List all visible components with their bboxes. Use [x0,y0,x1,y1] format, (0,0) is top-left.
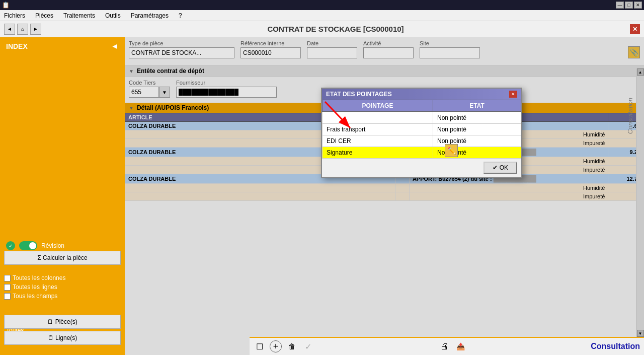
main-layout: INDEX ◄ Toutes ✓ Révision Σ Calculer la … [0,37,644,355]
app-close-button[interactable]: ✕ [630,24,640,34]
add-icon[interactable]: + [270,340,282,352]
forward-button[interactable]: ► [30,24,41,35]
maximize-button[interactable]: □ [625,2,633,9]
back-button[interactable]: ◄ [4,24,15,35]
modal-overlay: ETAT DES POINTAGES ✕ POINTAGE ETAT [125,37,644,355]
modal-table-row: Frais transport Non pointé [323,124,521,135]
modal-table-row: Signature Non pointé [323,147,521,159]
sidebar-header: INDEX ◄ [0,37,125,55]
pointage-cell: EDI CER [323,135,433,147]
lignes-button[interactable]: 🗒 Ligne(s) [4,331,121,345]
ok-button[interactable]: ✔ OK [484,162,517,174]
app-title: CONTRAT DE STOCKAGE [CS000010] [41,25,630,33]
checkbox-toutes-lignes: Toutes les lignes [4,283,65,291]
toggle-knob [29,242,36,249]
print-icon[interactable]: 🖨 [438,340,450,352]
consultation-bottom-label: Consultation [591,342,640,351]
menu-outils[interactable]: Outils [103,11,123,20]
menu-bar: Fichiers Pièces Traitements Outils Param… [0,10,644,21]
toolbar-print-icons: 🖨 📤 [438,340,466,352]
cb-toutes-lignes[interactable] [4,284,11,291]
etat-cell: Non pointé [433,124,521,135]
checkbox-group: Toutes les colonnes Toutes les lignes To… [4,274,65,300]
modal-title-bar: ETAT DES POINTAGES ✕ [322,89,521,100]
etat-cell: Non pointé [433,112,521,124]
modal-title: ETAT DES POINTAGES [326,91,392,98]
home-button[interactable]: ⌂ [17,24,28,35]
checkbox-tous-champs: Tous les champs [4,293,65,300]
pointage-cell [323,112,433,124]
modal-table-row: Non pointé [323,112,521,124]
modal-footer: ✔ OK [322,159,521,177]
menu-parametrages[interactable]: Paramétrages [129,11,171,20]
app-title-bar: ◄ ⌂ ► CONTRAT DE STOCKAGE [CS000010] ✕ [0,21,644,37]
minimize-button[interactable]: — [616,2,624,9]
pointage-cell: Signature [323,147,433,159]
sidebar-title: INDEX [6,42,28,50]
modal-close-button[interactable]: ✕ [509,91,517,98]
sidebar-collapse-button[interactable]: ◄ [111,42,119,51]
revision-label: Révision [41,242,64,249]
revision-check: ✓ [6,241,15,250]
checkbox-icon[interactable]: ☐ [254,340,266,352]
col-pointage-header: POINTAGE [323,100,433,112]
delete-icon[interactable]: 🗑 [286,340,298,352]
checkmark-icon[interactable]: ✓ [302,340,314,352]
modal-body: POINTAGE ETAT Non pointé Frais transport [322,100,521,159]
sidebar-buttons: 🗒 Pièce(s) 🗒 Ligne(s) [0,315,125,345]
pieces-button[interactable]: 🗒 Pièce(s) [4,315,121,329]
revision-toggle[interactable] [19,241,37,250]
menu-fichiers[interactable]: Fichiers [2,11,27,20]
modal-table: POINTAGE ETAT Non pointé Frais transport [322,100,521,159]
export-icon[interactable]: 📤 [454,340,466,352]
calc-button[interactable]: Σ Calculer la pièce [4,251,121,265]
etat-des-pointages-modal: ETAT DES POINTAGES ✕ POINTAGE ETAT [321,88,522,178]
col-etat-header: ETAT [433,100,521,112]
app-icon: 📋 [2,2,10,9]
content-area: Type de pièce Référence interne Date Act… [125,37,644,355]
sidebar: INDEX ◄ Toutes ✓ Révision Σ Calculer la … [0,37,125,355]
cb-toutes-colonnes[interactable] [4,275,11,281]
toolbar-icons: ☐ + 🗑 ✓ [254,340,314,352]
title-bar: 📋 — □ ✕ [0,0,644,10]
cb-tous-champs[interactable] [4,293,11,300]
menu-pieces[interactable]: Pièces [33,11,55,20]
modal-table-row: EDI CER Non pointé [323,135,521,147]
pencil-icon-area: ✏️ [445,144,458,157]
title-bar-controls: — □ ✕ [616,2,642,9]
menu-traitements[interactable]: Traitements [61,11,97,20]
bottom-toolbar: ☐ + 🗑 ✓ 🖨 📤 Consultation [250,337,644,355]
checkbox-toutes-colonnes: Toutes les colonnes [4,274,65,281]
pointage-cell: Frais transport [323,124,433,135]
title-bar-left: 📋 [2,2,10,9]
pencil-icon[interactable]: ✏️ [445,144,458,157]
menu-help[interactable]: ? [177,11,184,20]
close-window-button[interactable]: ✕ [634,2,642,9]
